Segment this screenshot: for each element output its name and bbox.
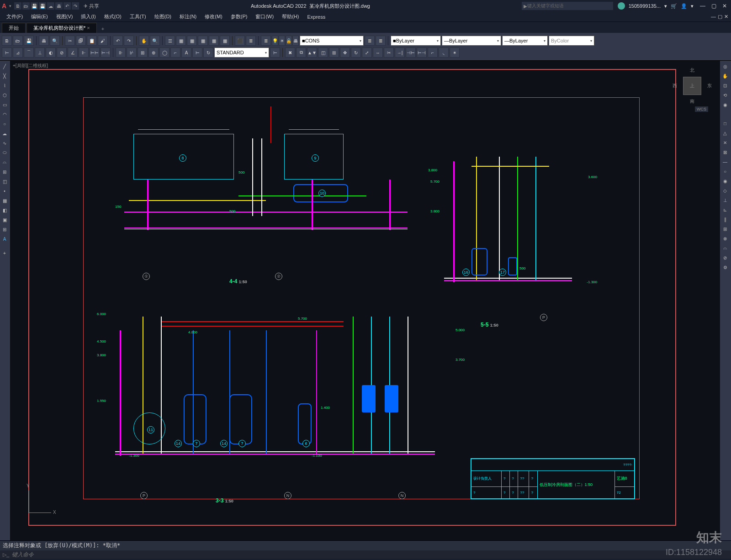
arc-icon[interactable]: ◠ — [0, 110, 9, 119]
qat-saveas-icon[interactable]: 💾 — [39, 2, 46, 10]
ssm-icon[interactable]: ▦ — [198, 36, 208, 46]
rotate-icon[interactable]: ↻ — [351, 48, 361, 58]
polygon-icon[interactable]: ⬡ — [0, 90, 9, 100]
table-icon[interactable]: ⊞ — [0, 225, 9, 234]
addsel-icon[interactable]: + — [0, 248, 9, 258]
dim-base-icon[interactable]: ⊢⊢ — [90, 48, 100, 58]
nav-pan-icon[interactable]: ✋ — [720, 71, 730, 80]
dim-linear-icon[interactable]: ⊢ — [2, 48, 12, 58]
stretch-icon[interactable]: ↔ — [373, 48, 383, 58]
layerprop-icon[interactable]: ≣ — [261, 36, 271, 46]
move-icon[interactable]: ✥ — [340, 48, 350, 58]
copy-icon[interactable]: 🗐 — [76, 36, 86, 46]
lineweight-dropdown[interactable]: — ByLayer▾ — [502, 36, 548, 46]
close-button[interactable]: ✕ — [720, 3, 729, 9]
dim-space-icon[interactable]: ⊪ — [116, 48, 126, 58]
dimupd-icon[interactable]: ↻ — [203, 48, 213, 58]
dim-cont-icon[interactable]: ⊢⊣ — [101, 48, 111, 58]
dim-quick-icon[interactable]: ⊩ — [79, 48, 89, 58]
rect-icon[interactable]: ▭ — [0, 100, 9, 109]
redo-icon[interactable]: ↷ — [124, 36, 134, 46]
hatch-icon[interactable]: ▦ — [0, 196, 9, 205]
qat-redo-icon[interactable]: ↷ — [72, 2, 79, 10]
qat-print-icon[interactable]: 🖶 — [55, 2, 63, 10]
osnap-mid-icon[interactable]: △ — [720, 128, 730, 137]
props-icon[interactable]: ☰ — [165, 36, 175, 46]
pan-icon[interactable]: ✋ — [139, 36, 149, 46]
osnap-set-icon[interactable]: ⚙ — [720, 263, 730, 272]
menu-view[interactable]: 视图(V) — [53, 13, 77, 20]
menu-modify[interactable]: 修改(M) — [201, 13, 226, 20]
menu-help[interactable]: 帮助(H) — [278, 13, 302, 20]
osnap-quad-icon[interactable]: ◇ — [720, 186, 730, 195]
osnap-appint-icon[interactable]: ⊠ — [720, 148, 730, 157]
help-icon[interactable]: ▾ — [691, 3, 694, 9]
save-icon[interactable]: 💾 — [24, 36, 34, 46]
offset-icon[interactable]: ◫ — [318, 48, 328, 58]
open-icon[interactable]: 🗁 — [13, 36, 23, 46]
doc-maximize-button[interactable]: ▢ — [718, 14, 722, 20]
nav-zoomext-icon[interactable]: ⊡ — [720, 81, 730, 90]
pline-icon[interactable]: ⌇ — [0, 81, 9, 90]
point-icon[interactable]: • — [0, 186, 9, 195]
osnap-par-icon[interactable]: ∥ — [720, 215, 730, 224]
dim-rad-icon[interactable]: ◐ — [46, 48, 56, 58]
xline-icon[interactable]: ╳ — [0, 71, 9, 80]
chamfer-icon[interactable]: ⌐ — [428, 48, 438, 58]
new-icon[interactable]: 🗎 — [2, 36, 12, 46]
ellipsearc-icon[interactable]: ⌓ — [0, 158, 9, 167]
qat-save-icon[interactable]: 💾 — [31, 2, 38, 10]
qc-icon[interactable]: ▦ — [220, 36, 230, 46]
revcloud-icon[interactable]: ☁ — [0, 129, 9, 138]
break-icon[interactable]: ⊣⊢ — [406, 48, 416, 58]
dimted-icon[interactable]: ⊢ — [192, 48, 202, 58]
tab-active-file[interactable]: 某冷库机房部分设计图* × — [26, 23, 97, 33]
menu-format[interactable]: 格式(O) — [101, 13, 125, 20]
layerprev-icon[interactable]: ≣ — [376, 36, 386, 46]
osnap-near-icon[interactable]: ⌓ — [720, 243, 730, 253]
tab-close-icon[interactable]: × — [87, 25, 90, 31]
menu-draw[interactable]: 绘图(D) — [151, 13, 175, 20]
dimstyle-dropdown[interactable]: STANDARD▾ — [214, 48, 269, 58]
mirror-icon[interactable]: ▲▼ — [307, 48, 317, 58]
minimize-button[interactable]: — — [698, 3, 707, 9]
linetype-dropdown[interactable]: — ByLayer▾ — [442, 36, 501, 46]
scale-icon[interactable]: ⤢ — [362, 48, 372, 58]
gradient-icon[interactable]: ◧ — [0, 206, 9, 215]
layeriso-icon[interactable]: ≣ — [365, 36, 375, 46]
mtext-icon[interactable]: A — [0, 234, 9, 243]
viewcube[interactable]: 北 南 东 西 上 — [672, 65, 713, 106]
line-icon[interactable]: ╱ — [0, 62, 9, 71]
menu-window[interactable]: 窗口(W) — [252, 13, 277, 20]
dim-ang-icon[interactable]: ∠ — [68, 48, 78, 58]
menu-tools[interactable]: 工具(T) — [126, 13, 150, 20]
menu-file[interactable]: 文件(F) — [3, 13, 26, 20]
ellipse-icon[interactable]: ⬭ — [0, 148, 9, 157]
menu-dimension[interactable]: 标注(N) — [176, 13, 200, 20]
makeblock-icon[interactable]: ◫ — [0, 177, 9, 186]
circle-icon[interactable]: ○ — [0, 119, 9, 128]
menu-edit[interactable]: 编辑(E) — [27, 13, 52, 20]
nav-orbit-icon[interactable]: ⟲ — [720, 90, 730, 100]
erase-icon[interactable]: ✖ — [285, 48, 295, 58]
dim-aligned-icon[interactable]: ⊿ — [13, 48, 23, 58]
osnap-none-icon[interactable]: ⊘ — [720, 253, 730, 262]
wcs-label[interactable]: WCS — [695, 106, 708, 112]
qat-new-icon[interactable]: 🗎 — [14, 2, 21, 10]
dimed-icon[interactable]: A — [181, 48, 191, 58]
plotstyle-dropdown[interactable]: ByColor▾ — [549, 36, 594, 46]
command-input[interactable] — [12, 551, 728, 558]
trim-icon[interactable]: ✂ — [384, 48, 394, 58]
dc-icon[interactable]: ▦ — [176, 36, 186, 46]
qat-open-icon[interactable]: 🗁 — [22, 2, 30, 10]
markup-icon[interactable]: ▦ — [209, 36, 219, 46]
osnap-cen-icon[interactable]: ○ — [720, 167, 730, 176]
share-button[interactable]: ✈ 共享 — [84, 3, 99, 10]
account-icon[interactable]: 👤 — [681, 3, 687, 9]
extend-icon[interactable]: →| — [395, 48, 405, 58]
array-icon[interactable]: ⊞ — [329, 48, 339, 58]
menu-insert[interactable]: 插入(I) — [77, 13, 99, 20]
osnap-int-icon[interactable]: ✕ — [720, 138, 730, 147]
dim-break-icon[interactable]: ⊬ — [127, 48, 137, 58]
match-icon[interactable]: 🖌 — [98, 36, 108, 46]
